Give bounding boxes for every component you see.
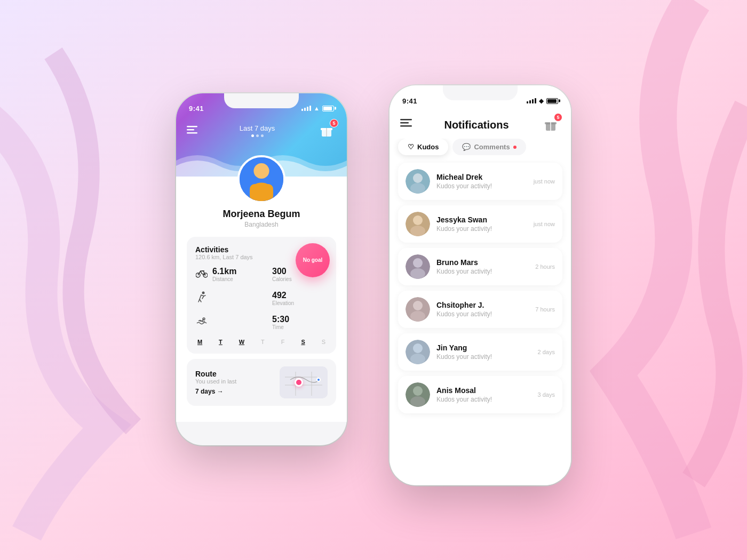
notif-msg-0: Kudos your activity! — [436, 182, 527, 190]
notif-content-4: Jin Yang Kudos your activity! — [436, 343, 531, 361]
no-goal-button[interactable]: No goal — [296, 243, 330, 277]
notif-avatar-2 — [406, 254, 430, 279]
badge-2: 5 — [554, 113, 562, 122]
route-link[interactable]: 7 days → — [195, 388, 273, 395]
elevation-value: 492 — [272, 291, 294, 300]
svg-point-40 — [413, 343, 423, 353]
notif-content-3: Chsitopher J. Kudos your activity! — [436, 301, 529, 318]
notch-1 — [224, 93, 299, 108]
phone2-header: Notifications 5 — [390, 109, 571, 139]
profile-avatar — [237, 155, 285, 203]
day-S1[interactable]: S — [301, 339, 305, 345]
notif-name-3: Chsitopher J. — [436, 301, 529, 309]
notif-content-0: Micheal Drek Kudos your activity! — [436, 173, 527, 190]
elevation-label: Elevation — [272, 300, 294, 306]
notif-item-5[interactable]: Anis Mosal Kudos your activity! 3 days — [398, 376, 562, 413]
notif-msg-3: Kudos your activity! — [436, 310, 529, 318]
notif-item-1[interactable]: Jessyka Swan Kudos your activity! just n… — [398, 205, 562, 243]
run-icon — [195, 291, 208, 306]
svg-rect-23 — [400, 125, 412, 127]
swim-icon — [195, 317, 208, 328]
day-S2[interactable]: S — [322, 339, 325, 345]
svg-point-34 — [413, 258, 423, 268]
day-row: M T W T F S S — [195, 339, 328, 345]
route-sub: You used in last — [195, 378, 273, 385]
profile-country: Bangladesh — [187, 221, 336, 228]
map-pin-blue — [316, 378, 321, 382]
notif-time-4: 2 days — [538, 349, 555, 355]
notif-msg-2: Kudos your activity! — [436, 268, 529, 275]
signal-icon-2 — [527, 98, 536, 103]
notif-time-3: 7 hours — [535, 306, 555, 313]
svg-rect-3 — [187, 132, 197, 134]
badge-1: 5 — [330, 119, 338, 127]
kudos-label: Kudos — [417, 143, 439, 151]
wifi-icon-1: ▲ — [314, 105, 320, 111]
notif-avatar-5 — [406, 382, 430, 407]
notif-avatar-0 — [406, 169, 430, 194]
notif-item-3[interactable]: Chsitopher J. Kudos your activity! 7 hou… — [398, 291, 562, 328]
notif-name-2: Bruno Mars — [436, 258, 529, 267]
notif-avatar-1 — [406, 212, 430, 236]
notif-name-4: Jin Yang — [436, 343, 531, 352]
svg-rect-22 — [400, 122, 409, 124]
phone-1: 9:41 ▲ — [176, 93, 347, 445]
day-M[interactable]: M — [197, 339, 202, 345]
notif-content-2: Bruno Mars Kudos your activity! — [436, 258, 529, 275]
phone-2: 9:41 ◆ — [390, 85, 571, 485]
stat-row-bike: 6.1km Distance — [195, 265, 261, 284]
profile-name: Morjeena Begum — [187, 209, 336, 220]
wifi-icon-2: ◆ — [539, 97, 544, 105]
svg-point-41 — [410, 354, 425, 364]
svg-rect-16 — [280, 366, 328, 398]
time-1: 9:41 — [189, 105, 204, 113]
time-value: 5:30 — [272, 315, 289, 324]
box-badge-2[interactable]: 5 — [541, 115, 560, 134]
svg-point-28 — [413, 173, 423, 183]
svg-point-35 — [410, 268, 425, 279]
svg-rect-1 — [187, 126, 197, 127]
notifications-title: Notifications — [444, 119, 508, 131]
notif-item-4[interactable]: Jin Yang Kudos your activity! 2 days — [398, 333, 562, 371]
day-W[interactable]: W — [239, 339, 244, 345]
stat-row-time: 5:30 Time — [272, 313, 328, 332]
menu-icon-2[interactable] — [400, 119, 412, 131]
notif-time-0: just now — [534, 178, 555, 185]
phone1-header-bar: Last 7 days 5 — [176, 117, 347, 145]
menu-icon[interactable] — [187, 126, 197, 136]
svg-point-37 — [413, 301, 423, 310]
notif-avatar-3 — [406, 297, 430, 322]
day-T2[interactable]: T — [261, 339, 265, 345]
map-pin — [295, 378, 303, 387]
route-card: Route You used in last 7 days → — [187, 359, 336, 406]
notif-item-2[interactable]: Bruno Mars Kudos your activity! 2 hours — [398, 248, 562, 285]
map-thumbnail — [280, 366, 328, 398]
svg-rect-10 — [250, 184, 273, 201]
stat-row-elevation: 492 Elevation — [272, 289, 328, 308]
stat-row-run — [195, 289, 261, 308]
header-title: Last 7 days — [240, 124, 275, 137]
notif-content-5: Anis Mosal Kudos your activity! — [436, 386, 531, 403]
tab-kudos[interactable]: ♡ Kudos — [398, 139, 448, 155]
calories-value: 300 — [272, 267, 292, 276]
day-T1[interactable]: T — [219, 339, 222, 345]
status-icons-1: ▲ — [301, 105, 334, 111]
header-dots — [240, 134, 275, 137]
notif-item-0[interactable]: Micheal Drek Kudos your activity! just n… — [398, 163, 562, 200]
status-icons-2: ◆ — [527, 97, 558, 105]
day-F[interactable]: F — [281, 339, 285, 345]
time-label: Time — [272, 324, 289, 330]
comments-label: Comments — [474, 143, 510, 151]
route-title: Route — [195, 370, 273, 378]
notif-time-5: 3 days — [538, 391, 555, 398]
distance-label: Distance — [212, 276, 236, 282]
comment-icon: 💬 — [462, 143, 471, 151]
notif-name-0: Micheal Drek — [436, 173, 527, 181]
tab-comments[interactable]: 💬 Comments — [452, 139, 526, 155]
notif-avatar-4 — [406, 340, 430, 364]
svg-point-43 — [413, 386, 423, 396]
notifications-list: Micheal Drek Kudos your activity! just n… — [398, 163, 562, 413]
notif-name-1: Jessyka Swan — [436, 215, 527, 224]
battery-icon-2 — [546, 98, 558, 104]
box-badge-1[interactable]: 5 — [317, 121, 336, 140]
